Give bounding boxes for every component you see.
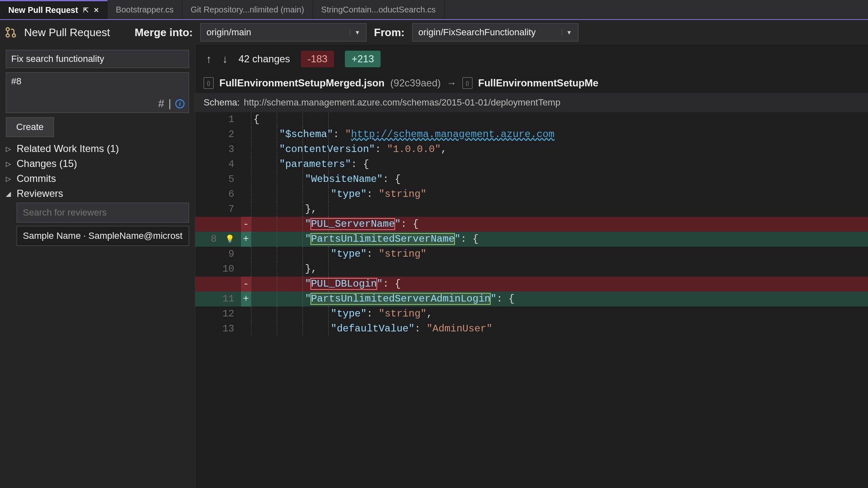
changes-count: 42 changes xyxy=(239,53,290,65)
diff-marker xyxy=(241,187,251,202)
deletions-chip: -183 xyxy=(301,51,334,67)
code-line[interactable]: 13"defaultValue": "AdminUser" xyxy=(195,321,868,336)
tab-git-repo[interactable]: Git Repository...nlimited (main) xyxy=(182,0,313,19)
divider: | xyxy=(168,97,171,110)
create-button[interactable]: Create xyxy=(6,117,54,137)
pr-description-box: #8 # | i xyxy=(6,72,189,113)
code-line[interactable]: 5"WebsiteName": { xyxy=(195,172,868,187)
merge-into-label: Merge into: xyxy=(135,26,193,39)
section-label: Changes (15) xyxy=(17,158,77,169)
prev-change-button[interactable]: ↑ xyxy=(206,53,211,66)
tab-new-pr[interactable]: New Pull Request ⇱ ✕ xyxy=(0,0,108,19)
file-left-rev: (92c39aed) xyxy=(390,77,440,89)
pr-title-input[interactable] xyxy=(6,50,189,68)
diff-marker xyxy=(241,307,251,321)
diff-marker xyxy=(241,172,251,187)
line-number: 9 xyxy=(195,247,241,262)
chevron-down-icon: ▼ xyxy=(350,29,360,36)
line-number: 1 xyxy=(195,112,241,127)
panel-title: New Pull Request xyxy=(24,26,110,39)
tab-stringcontain[interactable]: StringContain...oductSearch.cs xyxy=(313,0,445,19)
diff-marker xyxy=(241,262,251,277)
from-label: From: xyxy=(374,26,405,39)
from-combo[interactable]: origin/FixSearchFunctionality ▼ xyxy=(412,23,578,42)
diff-marker: + xyxy=(241,232,251,247)
pin-icon[interactable]: ⇱ xyxy=(83,6,89,14)
code-line[interactable]: 12"type": "string", xyxy=(195,307,868,321)
code-line[interactable]: 7}, xyxy=(195,202,868,217)
code-content: "type": "string", xyxy=(251,307,868,321)
header-row: New Pull Request Merge into: origin/main… xyxy=(0,20,868,45)
chevron-down-icon: ◢ xyxy=(6,190,13,198)
code-line[interactable]: 11+"PartsUnlimitedServerAdminLogin": { xyxy=(195,292,868,307)
next-change-button[interactable]: ↓ xyxy=(222,53,228,66)
code-content: "type": "string" xyxy=(251,187,868,202)
diff-marker xyxy=(241,127,251,142)
tab-label: New Pull Request xyxy=(8,5,78,15)
pr-description-input[interactable]: #8 xyxy=(11,76,184,101)
code-content: "PartsUnlimitedServerAdminLogin": { xyxy=(251,292,868,307)
code-line[interactable]: 8 💡+"PartsUnlimitedServerName": { xyxy=(195,232,868,247)
section-related-work-items[interactable]: ▷ Related Work Items (1) xyxy=(6,143,189,154)
merge-into-combo[interactable]: origin/main ▼ xyxy=(200,23,366,42)
chevron-down-icon: ▼ xyxy=(562,29,572,36)
line-number: 11 xyxy=(195,292,241,307)
diff-marker xyxy=(241,157,251,172)
section-label: Commits xyxy=(17,173,56,184)
code-content: "PUL_DBLogin": { xyxy=(251,277,868,292)
additions-chip: +213 xyxy=(345,51,381,67)
section-commits[interactable]: ▷ Commits xyxy=(6,173,189,184)
section-changes[interactable]: ▷ Changes (15) xyxy=(6,158,189,169)
code-content: "$schema": "http://schema.management.azu… xyxy=(251,127,868,142)
svg-point-2 xyxy=(12,34,16,37)
svg-point-0 xyxy=(6,28,10,31)
section-reviewers[interactable]: ◢ Reviewers xyxy=(6,188,189,199)
line-number: 5 xyxy=(195,172,241,187)
file-header: {} FullEnvironmentSetupMerged.json (92c3… xyxy=(195,73,868,93)
schema-bar: Schema: http://schema.management.azure.c… xyxy=(195,93,868,112)
code-content: "WebsiteName": { xyxy=(251,172,868,187)
from-value: origin/FixSearchFunctionality xyxy=(418,27,536,38)
code-content: { xyxy=(251,112,868,127)
line-number xyxy=(195,277,241,292)
diff-marker xyxy=(241,112,251,127)
code-line[interactable]: 3"contentVersion": "1.0.0.0", xyxy=(195,142,868,157)
code-content: "contentVersion": "1.0.0.0", xyxy=(251,142,868,157)
file-right-name: FullEnvironmentSetupMe xyxy=(478,77,598,89)
lightbulb-icon[interactable]: 💡 xyxy=(225,232,234,247)
code-content: }, xyxy=(251,262,868,277)
info-icon[interactable]: i xyxy=(175,99,184,108)
code-line[interactable]: 1{ xyxy=(195,112,868,127)
code-content: "parameters": { xyxy=(251,157,868,172)
code-line[interactable]: 6"type": "string" xyxy=(195,187,868,202)
line-number: 6 xyxy=(195,187,241,202)
close-icon[interactable]: ✕ xyxy=(93,6,99,14)
diff-marker: + xyxy=(241,292,251,307)
code-line[interactable]: -"PUL_ServerName": { xyxy=(195,217,868,232)
line-number: 13 xyxy=(195,321,241,336)
tab-label: Bootstrapper.cs xyxy=(116,5,174,15)
diff-marker xyxy=(241,142,251,157)
line-number: 2 xyxy=(195,127,241,142)
chevron-right-icon: ▷ xyxy=(6,145,13,153)
schema-value[interactable]: http://schema.management.azure.com/schem… xyxy=(244,97,561,108)
code-diff-view[interactable]: 1{2"$schema": "http://schema.management.… xyxy=(195,112,868,488)
code-line[interactable]: -"PUL_DBLogin": { xyxy=(195,277,868,292)
code-content: }, xyxy=(251,202,868,217)
code-line[interactable]: 9"type": "string" xyxy=(195,247,868,262)
code-line[interactable]: 10}, xyxy=(195,262,868,277)
file-left-name: FullEnvironmentSetupMerged.json xyxy=(219,77,384,89)
reviewer-item[interactable]: Sample Name · SampleName@microst xyxy=(17,226,189,246)
file-icon: {} xyxy=(204,77,214,89)
code-line[interactable]: 4"parameters": { xyxy=(195,157,868,172)
code-content: "defaultValue": "AdminUser" xyxy=(251,321,868,336)
code-line[interactable]: 2"$schema": "http://schema.management.az… xyxy=(195,127,868,142)
diff-marker xyxy=(241,202,251,217)
reviewer-search-input[interactable] xyxy=(17,203,189,223)
section-label: Reviewers xyxy=(17,188,63,199)
hash-icon[interactable]: # xyxy=(158,97,164,110)
tab-bootstrapper[interactable]: Bootstrapper.cs xyxy=(108,0,182,19)
code-content: "type": "string" xyxy=(251,247,868,262)
line-number: 8 💡 xyxy=(195,232,241,247)
line-number: 10 xyxy=(195,262,241,277)
